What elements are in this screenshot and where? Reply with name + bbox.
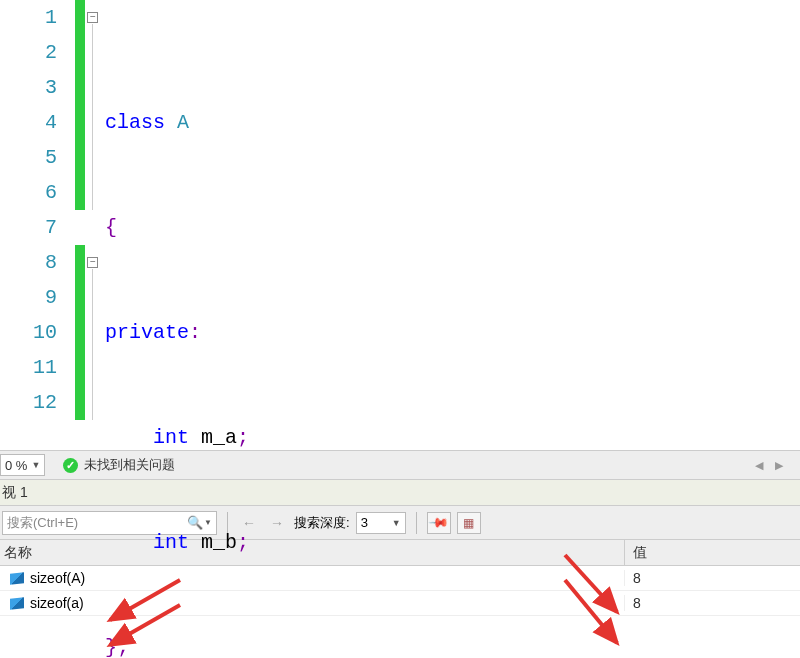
- chevron-down-icon: ▼: [31, 460, 40, 470]
- change-marker-column: [75, 0, 87, 450]
- code-content[interactable]: class A { private: int m_a; int m_b; }; …: [105, 0, 800, 450]
- line-number-gutter: 1 2 3 4 5 6 7 8 9 10 11 12: [0, 0, 75, 450]
- variable-icon: [10, 572, 24, 584]
- zoom-value: 0 %: [5, 458, 27, 473]
- fold-toggle-icon[interactable]: −: [87, 12, 98, 23]
- fold-toggle-icon[interactable]: −: [87, 257, 98, 268]
- zoom-level-dropdown[interactable]: 0 % ▼: [0, 454, 45, 476]
- watch-name: sizeof(A): [30, 570, 85, 586]
- watch-name: sizeof(a): [30, 595, 84, 611]
- fold-column[interactable]: − −: [87, 0, 105, 450]
- code-editor[interactable]: 1 2 3 4 5 6 7 8 9 10 11 12 − − class A {…: [0, 0, 800, 450]
- check-circle-icon: ✓: [63, 458, 78, 473]
- search-placeholder: 搜索(Ctrl+E): [7, 514, 78, 532]
- variable-icon: [10, 597, 24, 609]
